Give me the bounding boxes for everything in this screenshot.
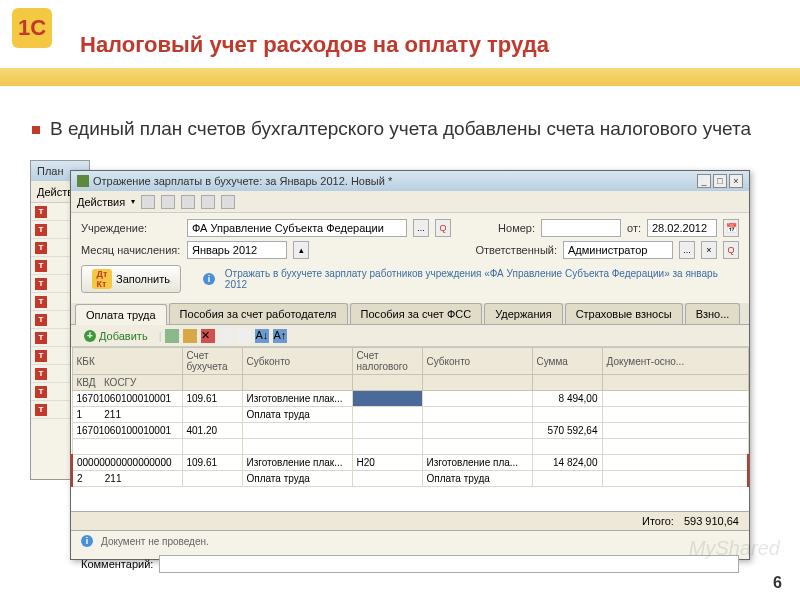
account-icon: Т bbox=[35, 296, 47, 308]
plus-icon: + bbox=[84, 330, 96, 342]
edit-icon[interactable] bbox=[165, 329, 179, 343]
account-icon: Т bbox=[35, 368, 47, 380]
account-icon: Т bbox=[35, 242, 47, 254]
window-title: Отражение зарплаты в бухучете: за Январь… bbox=[93, 175, 392, 187]
col-acct[interactable]: Счет бухучета bbox=[182, 348, 242, 375]
tab-fss-benefits[interactable]: Пособия за счет ФСС bbox=[350, 303, 483, 324]
table-row[interactable]: 1 211 Оплата труда bbox=[72, 407, 748, 423]
app-logo: 1C bbox=[12, 8, 62, 58]
table-row[interactable]: 16701060100010001 401.20 570 592,64 bbox=[72, 423, 748, 439]
table-row-highlighted[interactable]: 2 211 Оплата труда Оплата труда bbox=[72, 471, 748, 487]
slide-title: Налоговый учет расходов на оплату труда bbox=[80, 32, 549, 58]
resp-open-button[interactable]: Q bbox=[723, 241, 739, 259]
comment-row: Комментарий: bbox=[71, 551, 749, 577]
delete-icon[interactable]: ✕ bbox=[201, 329, 215, 343]
tab-deductions[interactable]: Удержания bbox=[484, 303, 562, 324]
account-icon: Т bbox=[35, 224, 47, 236]
total-label: Итого: bbox=[642, 515, 674, 527]
maximize-button[interactable]: □ bbox=[713, 174, 727, 188]
account-icon: Т bbox=[35, 260, 47, 272]
tab-employer-benefits[interactable]: Пособия за счет работодателя bbox=[169, 303, 348, 324]
org-input[interactable]: ФА Управление Субъекта Федерации bbox=[187, 219, 407, 237]
decorative-stripe bbox=[0, 68, 800, 86]
toolbar-icon[interactable] bbox=[221, 195, 235, 209]
info-icon: i bbox=[203, 273, 215, 285]
comment-input[interactable] bbox=[159, 555, 739, 573]
table-row-highlighted[interactable]: 00000000000000000 109.61 Изготовление пл… bbox=[72, 455, 748, 471]
table-row[interactable] bbox=[72, 439, 748, 455]
col-taxsub[interactable]: Субконто bbox=[422, 348, 532, 375]
fill-icon: ДтКт bbox=[92, 269, 112, 289]
account-icon: Т bbox=[35, 332, 47, 344]
account-icon: Т bbox=[35, 314, 47, 326]
minimize-button[interactable]: _ bbox=[697, 174, 711, 188]
status-bar: i Документ не проведен. bbox=[71, 531, 749, 551]
bullet-marker bbox=[32, 126, 40, 134]
toolbar-icon[interactable] bbox=[181, 195, 195, 209]
total-value: 593 910,64 bbox=[684, 515, 739, 527]
total-row: Итого: 593 910,64 bbox=[71, 512, 749, 531]
data-grid[interactable]: КБК Счет бухучета Субконто Счет налогово… bbox=[71, 347, 749, 512]
add-row-button[interactable]: + Добавить bbox=[77, 327, 155, 345]
date-label: от: bbox=[627, 222, 641, 234]
resp-select-button[interactable]: ... bbox=[679, 241, 695, 259]
page-number: 6 bbox=[773, 574, 782, 592]
form-header: Учреждение: ФА Управление Субъекта Федер… bbox=[71, 213, 749, 303]
win2-titlebar[interactable]: Отражение зарплаты в бухучете: за Январь… bbox=[71, 171, 749, 191]
info-text: Отражать в бухучете зарплату работников … bbox=[225, 268, 739, 290]
fill-button[interactable]: ДтКт Заполнить bbox=[81, 265, 181, 293]
watermark: MyShared bbox=[689, 537, 780, 560]
resp-input[interactable]: Администратор bbox=[563, 241, 673, 259]
logo-1c: 1C bbox=[12, 8, 52, 48]
move-down-icon[interactable] bbox=[237, 329, 251, 343]
org-select-button[interactable]: ... bbox=[413, 219, 429, 237]
toolbar-icon[interactable] bbox=[161, 195, 175, 209]
selected-cell bbox=[352, 391, 422, 407]
tab-insurance[interactable]: Страховые взносы bbox=[565, 303, 683, 324]
account-icon: Т bbox=[35, 404, 47, 416]
num-label: Номер: bbox=[498, 222, 535, 234]
bullet-text: В единый план счетов бухгалтерского учет… bbox=[32, 118, 780, 140]
col-sum[interactable]: Сумма bbox=[532, 348, 602, 375]
col-taxacct[interactable]: Счет налогового bbox=[352, 348, 422, 375]
win2-toolbar: Действия▾ bbox=[71, 191, 749, 213]
org-label: Учреждение: bbox=[81, 222, 181, 234]
col-doc[interactable]: Документ-осно... bbox=[602, 348, 748, 375]
date-picker-button[interactable]: 📅 bbox=[723, 219, 739, 237]
copy-icon[interactable] bbox=[183, 329, 197, 343]
table-row[interactable]: 16701060100010001 109.61 Изготовление пл… bbox=[72, 391, 748, 407]
col-kvd[interactable]: КВД КОСГУ bbox=[72, 375, 182, 391]
payroll-reflection-window: Отражение зарплаты в бухучете: за Январь… bbox=[70, 170, 750, 560]
actions-menu[interactable]: Действия bbox=[77, 196, 125, 208]
account-icon: Т bbox=[35, 386, 47, 398]
date-input[interactable]: 28.02.2012 bbox=[647, 219, 717, 237]
num-input[interactable] bbox=[541, 219, 621, 237]
col-kbk[interactable]: КБК bbox=[72, 348, 182, 375]
tab-more[interactable]: Взно... bbox=[685, 303, 741, 324]
tabs: Оплата труда Пособия за счет работодател… bbox=[71, 303, 749, 325]
resp-clear-button[interactable]: × bbox=[701, 241, 717, 259]
month-label: Месяц начисления: bbox=[81, 244, 181, 256]
toolbar-icon[interactable] bbox=[201, 195, 215, 209]
resp-label: Ответственный: bbox=[475, 244, 557, 256]
tab-payroll[interactable]: Оплата труда bbox=[75, 304, 167, 325]
month-input[interactable]: Январь 2012 bbox=[187, 241, 287, 259]
info-icon: i bbox=[81, 535, 93, 547]
toolbar-icon[interactable] bbox=[141, 195, 155, 209]
grid-toolbar: + Добавить | ✕ A↓ A↑ bbox=[71, 325, 749, 347]
org-open-button[interactable]: Q bbox=[435, 219, 451, 237]
sort-asc-icon[interactable]: A↓ bbox=[255, 329, 269, 343]
move-up-icon[interactable] bbox=[219, 329, 233, 343]
account-icon: Т bbox=[35, 206, 47, 218]
account-icon: Т bbox=[35, 278, 47, 290]
close-button[interactable]: × bbox=[729, 174, 743, 188]
account-icon: Т bbox=[35, 350, 47, 362]
comment-label: Комментарий: bbox=[81, 558, 153, 570]
sort-desc-icon[interactable]: A↑ bbox=[273, 329, 287, 343]
bullet-content: В единый план счетов бухгалтерского учет… bbox=[50, 118, 751, 139]
doc-icon bbox=[77, 175, 89, 187]
month-up-button[interactable]: ▴ bbox=[293, 241, 309, 259]
col-sub[interactable]: Субконто bbox=[242, 348, 352, 375]
